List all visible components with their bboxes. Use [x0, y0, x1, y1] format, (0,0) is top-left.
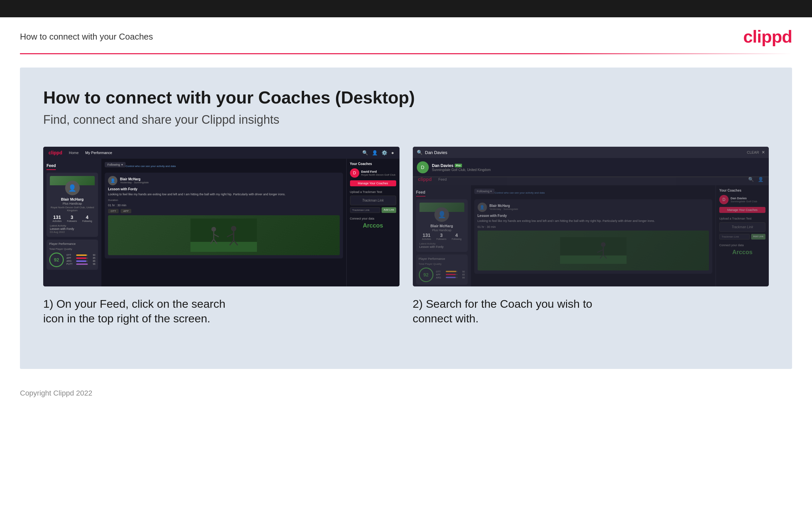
control-link-1[interactable]: Control who can see your activity and da…	[126, 165, 176, 168]
bar-arg-val: 86	[89, 260, 95, 262]
clear-button[interactable]: CLEAR	[747, 151, 759, 154]
post-image-1	[108, 215, 340, 255]
perf-title-1: Player Performance	[49, 242, 95, 246]
coaches-title-1: Your Coaches	[350, 162, 396, 166]
activity-label-1: Latest Activity	[50, 224, 95, 227]
search-icon-2: 🔍	[748, 177, 754, 182]
bar-putt: PUTT 96	[66, 263, 95, 265]
bar-putt-val: 96	[89, 263, 95, 265]
connect-title-1: Connect your data	[350, 217, 396, 220]
nav-icons-1: 🔍 👤 ⚙️ ●	[362, 150, 394, 155]
screenshot-2-wrapper: 🔍 Dan Davies CLEAR × D Dan Davies Pro	[413, 147, 769, 326]
search-bar: 🔍 Dan Davies CLEAR ×	[413, 147, 769, 158]
trackman-input-1[interactable]: Trackman Link	[350, 207, 381, 213]
bar-putt-track	[76, 263, 88, 265]
app-button[interactable]: APP	[121, 209, 131, 213]
app-feed-2: Following ▾ Control who can see your act…	[471, 185, 716, 287]
coach-avatar-2: D	[719, 195, 728, 204]
following-button-1[interactable]: Following ▾	[105, 162, 126, 167]
nav-performance-1[interactable]: My Performance	[85, 151, 112, 155]
bar-ott-val: 90	[89, 254, 95, 256]
app-logo-1: clippd	[49, 150, 62, 155]
stat-followers-label: Followers	[67, 220, 77, 222]
coach-card-1: D David Ford Royal North Devon Golf Club	[350, 168, 396, 178]
search-icon[interactable]: 🔍	[362, 150, 368, 155]
profile-name-1: Blair McHarg	[50, 197, 95, 201]
header: How to connect with your Coaches clippd	[0, 17, 812, 53]
step-1-label: 1) On your Feed, click on the searchicon…	[43, 296, 399, 326]
nav-home-2: Feed	[438, 177, 447, 181]
post-header-1: 👤 Blair McHarg Yesterday · Sunningdale	[108, 176, 340, 185]
add-link-btn-1[interactable]: Add Link	[382, 207, 396, 213]
stats-row-1: 131 Activities 3 Followers 4	[50, 215, 95, 222]
svg-rect-1	[190, 242, 257, 252]
main-subtitle: Find, connect and share your Clippd insi…	[43, 113, 769, 127]
search-input-display[interactable]: Dan Davies	[425, 150, 744, 155]
post-avatar-1: 👤	[108, 176, 117, 185]
off-button[interactable]: OTT	[108, 209, 118, 213]
nav-icons-2: 🔍 👤	[748, 177, 763, 182]
copyright-text: Copyright Clippd 2022	[20, 389, 92, 397]
coaches-panel-1: Your Coaches D David Ford Royal North De…	[346, 159, 399, 287]
feed-tab-1[interactable]: Feed	[47, 162, 56, 170]
app-mockup-2: 🔍 Dan Davies CLEAR × D Dan Davies Pro	[413, 147, 769, 287]
bar-putt-label: PUTT	[66, 263, 75, 265]
avatar-1	[65, 181, 80, 195]
user-icon-2: 👤	[758, 177, 763, 182]
stats-row-2: 131Activities 3Followers 4Following	[420, 232, 464, 240]
main-title: How to connect with your Coaches (Deskto…	[43, 87, 769, 108]
trackman-placeholder-1: Trackman Link	[353, 199, 393, 202]
result-name: Dan Davies Pro	[432, 163, 491, 168]
close-icon[interactable]: ×	[762, 150, 765, 155]
nav-home-1[interactable]: Home	[69, 151, 79, 155]
coach-info-1: David Ford Royal North Devon Golf Club	[361, 170, 395, 176]
user-icon[interactable]: 👤	[372, 150, 378, 155]
trackman-box-1: Trackman Link	[350, 196, 396, 205]
latest-activity-1: Latest Activity Lesson with Fordy 03 Aug…	[50, 224, 95, 234]
bar-ott-track	[76, 254, 88, 256]
header-divider	[20, 53, 792, 54]
profile-name-2: Blair McHarg	[420, 224, 464, 228]
screenshots-row: clippd Home My Performance 🔍 👤 ⚙️ ●	[43, 147, 769, 326]
screenshot-1: clippd Home My Performance 🔍 👤 ⚙️ ●	[43, 147, 399, 287]
post-image-2	[478, 230, 709, 270]
step-2-label: 2) Search for the Coach you wish toconne…	[413, 296, 769, 326]
post-duration-1: 01 hr : 30 min	[108, 204, 340, 207]
post-meta-1: Yesterday · Sunningdale	[120, 181, 149, 184]
avatar-2	[434, 207, 449, 222]
feed-post-2: 👤 Blair McHarg Yesterday · Sunningdale L…	[474, 199, 713, 274]
coaches-panel-2: Your Coaches D Dan Davies Sunningdale Go…	[716, 185, 769, 287]
bar-app-val: 85	[89, 257, 95, 259]
result-club: Sunningdale Golf Club, United Kingdom	[432, 168, 491, 172]
feed-tab-2: Feed	[416, 188, 425, 197]
manage-coaches-btn-2[interactable]: Manage Your Coaches	[719, 207, 765, 213]
profile-icon[interactable]: ●	[391, 150, 394, 155]
bar-app: APP 85	[66, 257, 95, 259]
stat-followers: 3 Followers	[67, 215, 77, 222]
settings-icon[interactable]: ⚙️	[382, 150, 387, 155]
stat-following-num: 4	[82, 215, 92, 220]
perf-body-1: 92 OTT 90 APP	[49, 253, 95, 267]
stat-following-label: Following	[82, 220, 92, 222]
arccos-logo-1: Arccos	[350, 222, 396, 229]
bar-arg-label: ARG	[66, 260, 75, 262]
coach-name-1: David Ford	[361, 170, 395, 173]
manage-coaches-btn-1[interactable]: Manage Your Coaches	[350, 180, 396, 186]
bar-arg-track	[76, 260, 88, 262]
stat-activities: 131 Activities	[52, 215, 62, 222]
coach-avatar-1: D	[350, 168, 359, 178]
search-result[interactable]: D Dan Davies Pro Sunningdale Golf Club, …	[413, 158, 769, 177]
clippd-logo: clippd	[743, 27, 792, 47]
bar-ott: OTT 90	[66, 254, 95, 256]
profile-hcp-1: Plus Handicap	[50, 202, 95, 205]
coach-info-2: Dan Davies Sunningdale Golf Club	[730, 197, 757, 203]
app-mockup-1: clippd Home My Performance 🔍 👤 ⚙️ ●	[43, 147, 399, 287]
perf-bars-1: OTT 90 APP 85	[66, 254, 95, 266]
coach-name-2: Dan Davies	[730, 197, 757, 200]
svg-point-2	[231, 226, 236, 231]
perf-subtitle-1: Total Player Quality	[49, 248, 95, 251]
coach-club-2: Sunningdale Golf Club	[730, 200, 757, 203]
stat-following: 4 Following	[82, 215, 92, 222]
latest-activity-2: Latest Activity Lesson with Fordy	[420, 242, 464, 249]
profile-hcp-2: Plus Handicap	[420, 228, 464, 232]
